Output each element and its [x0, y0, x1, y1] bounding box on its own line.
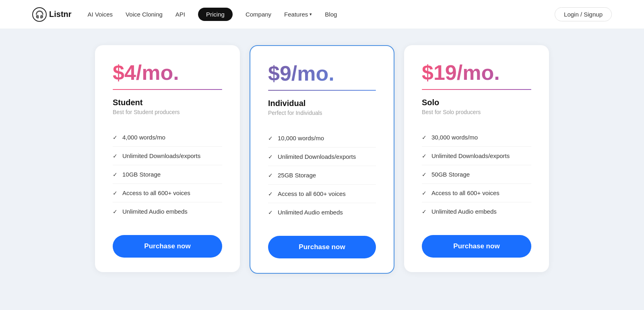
- login-signup-button[interactable]: Login / Signup: [555, 7, 612, 21]
- check-icon: ✓: [113, 208, 118, 215]
- logo-text: Listnr: [49, 10, 72, 19]
- individual-price: $9/mo.: [268, 62, 376, 85]
- solo-plan-card: $19/mo. Solo Best for Solo producers ✓30…: [404, 45, 549, 272]
- individual-plan-card: $9/mo. Individual Perfect for Individual…: [250, 45, 394, 274]
- list-item: ✓Access to all 600+ voices: [422, 184, 531, 202]
- nav-blog[interactable]: Blog: [325, 11, 337, 18]
- solo-features-list: ✓30,000 words/mo ✓Unlimited Downloads/ex…: [422, 128, 531, 221]
- list-item: ✓50GB Storage: [422, 165, 531, 184]
- list-item: ✓4,000 words/mo: [113, 128, 222, 147]
- list-item: ✓10GB Storage: [113, 165, 222, 184]
- solo-divider: [422, 89, 531, 90]
- list-item: ✓Unlimited Audio embeds: [268, 203, 376, 221]
- check-icon: ✓: [268, 172, 273, 179]
- student-divider: [113, 89, 222, 90]
- check-icon: ✓: [422, 190, 427, 196]
- check-icon: ✓: [268, 135, 273, 141]
- pricing-page: $4/mo. Student Best for Student producer…: [0, 29, 644, 290]
- student-plan-name: Student: [113, 98, 222, 107]
- check-icon: ✓: [422, 134, 427, 141]
- student-price: $4/mo.: [113, 61, 222, 84]
- individual-plan-desc: Perfect for Individuals: [268, 110, 376, 116]
- check-icon: ✓: [422, 208, 427, 215]
- list-item: ✓Unlimited Downloads/exports: [422, 147, 531, 165]
- check-icon: ✓: [422, 153, 427, 159]
- check-icon: ✓: [268, 191, 273, 197]
- solo-plan-desc: Best for Solo producers: [422, 109, 531, 115]
- list-item: ✓Unlimited Downloads/exports: [268, 148, 376, 166]
- logo-icon: 🎧: [32, 7, 47, 22]
- check-icon: ✓: [113, 171, 118, 178]
- individual-divider: [268, 90, 376, 91]
- list-item: ✓30,000 words/mo: [422, 128, 531, 147]
- logo[interactable]: 🎧 Listnr: [32, 7, 72, 22]
- check-icon: ✓: [113, 134, 118, 141]
- student-purchase-button[interactable]: Purchase now: [113, 235, 222, 258]
- nav-company[interactable]: Company: [246, 11, 271, 18]
- navbar: 🎧 Listnr AI Voices Voice Cloning API Pri…: [0, 0, 644, 29]
- list-item: ✓10,000 words/mo: [268, 129, 376, 148]
- list-item: ✓Unlimited Audio embeds: [422, 202, 531, 221]
- list-item: ✓25GB Storage: [268, 166, 376, 185]
- student-features-list: ✓4,000 words/mo ✓Unlimited Downloads/exp…: [113, 128, 222, 221]
- nav-links: AI Voices Voice Cloning API Pricing Comp…: [88, 8, 555, 21]
- solo-price: $19/mo.: [422, 61, 531, 84]
- pricing-cards-row: $4/mo. Student Best for Student producer…: [56, 45, 588, 274]
- list-item: ✓Access to all 600+ voices: [268, 185, 376, 203]
- individual-features-list: ✓10,000 words/mo ✓Unlimited Downloads/ex…: [268, 129, 376, 221]
- check-icon: ✓: [113, 190, 118, 196]
- individual-purchase-button[interactable]: Purchase now: [268, 236, 376, 258]
- check-icon: ✓: [268, 154, 273, 160]
- nav-api[interactable]: API: [175, 11, 185, 18]
- check-icon: ✓: [268, 209, 273, 216]
- list-item: ✓Unlimited Audio embeds: [113, 202, 222, 221]
- solo-purchase-button[interactable]: Purchase now: [422, 235, 531, 258]
- student-plan-card: $4/mo. Student Best for Student producer…: [95, 45, 240, 272]
- nav-features[interactable]: Features ▾: [284, 11, 312, 18]
- list-item: ✓Access to all 600+ voices: [113, 184, 222, 202]
- nav-voice-cloning[interactable]: Voice Cloning: [126, 11, 163, 18]
- check-icon: ✓: [422, 171, 427, 178]
- nav-pricing[interactable]: Pricing: [198, 8, 233, 21]
- chevron-down-icon: ▾: [310, 12, 312, 17]
- student-plan-desc: Best for Student producers: [113, 109, 222, 115]
- check-icon: ✓: [113, 153, 118, 159]
- nav-ai-voices[interactable]: AI Voices: [88, 11, 113, 18]
- individual-plan-name: Individual: [268, 99, 376, 108]
- list-item: ✓Unlimited Downloads/exports: [113, 147, 222, 165]
- solo-plan-name: Solo: [422, 98, 531, 107]
